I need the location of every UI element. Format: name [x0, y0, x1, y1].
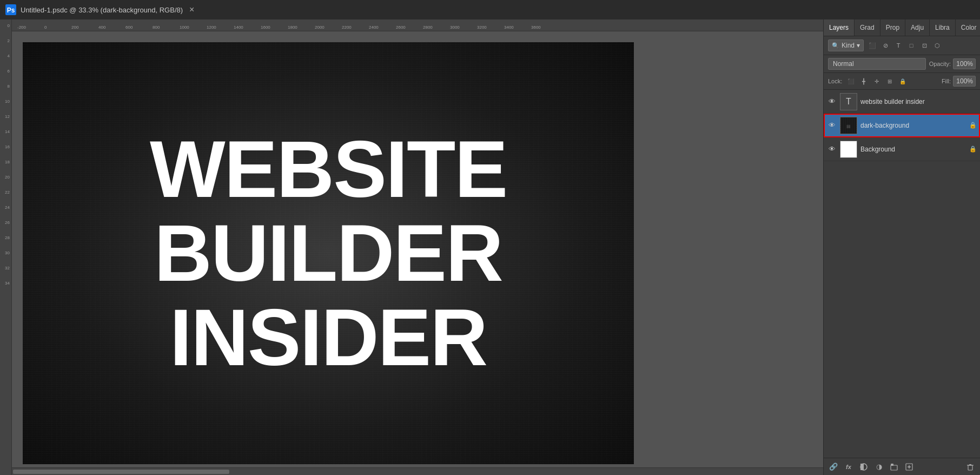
- svg-text:▤: ▤: [846, 124, 851, 129]
- ruler-mark: 14: [0, 130, 11, 134]
- kind-label: Kind: [842, 42, 855, 49]
- filter-shape-icon[interactable]: □: [906, 40, 917, 51]
- horizontal-scrollbar[interactable]: [12, 467, 823, 475]
- layer-visibility-text[interactable]: 👁: [827, 97, 837, 107]
- tab-libra[interactable]: Libra: [930, 19, 956, 36]
- new-group-button[interactable]: [888, 460, 900, 473]
- ruler-mark: 0: [0, 24, 11, 28]
- ruler-mark: 22: [0, 190, 11, 195]
- svg-rect-7: [860, 464, 864, 470]
- opacity-group: Opacity: 100%: [929, 58, 976, 69]
- filter-type-icon[interactable]: T: [893, 40, 904, 51]
- ruler-mark: 18: [0, 160, 11, 164]
- svg-rect-13: [968, 465, 972, 470]
- layer-item-text[interactable]: 👁 T website builder insider: [824, 90, 980, 114]
- scrollbar-thumb[interactable]: [13, 470, 229, 474]
- new-layer-button[interactable]: [903, 460, 916, 473]
- svg-rect-8: [891, 465, 897, 470]
- panel-tabs: Layers Grad Prop Adju Libra Color: [824, 19, 980, 36]
- filter-adjust-icon[interactable]: ⊘: [880, 40, 891, 51]
- ruler-mark: 8: [0, 84, 11, 89]
- fill-input[interactable]: 100%: [953, 76, 976, 87]
- layer-item-background[interactable]: 👁 Background 🔒: [824, 137, 980, 161]
- tab-adju[interactable]: Adju: [905, 19, 930, 36]
- kind-dropdown[interactable]: 🔍 Kind ▾: [828, 39, 864, 51]
- new-adjustment-button[interactable]: ◑: [872, 460, 885, 473]
- canvas-document[interactable]: WEBSITE BUILDER INSIDER: [23, 42, 634, 464]
- tab-grad[interactable]: Grad: [855, 19, 880, 36]
- layer-name-background: Background: [860, 146, 966, 153]
- canvas-scroll[interactable]: WEBSITE BUILDER INSIDER: [12, 31, 823, 467]
- layer-item-dark-background[interactable]: 👁 ▤ dark-backg: [824, 114, 980, 137]
- app-icon: Ps: [5, 4, 16, 15]
- delete-layer-button[interactable]: [964, 460, 977, 473]
- ruler-mark: 28: [0, 236, 11, 240]
- ruler-mark: 0: [44, 25, 71, 30]
- lock-row: Lock: ⬛ ╋ ✛ ⊞ 🔒 Fill: 100%: [824, 73, 980, 90]
- ruler-mark: 20: [0, 175, 11, 180]
- tab-prop[interactable]: Prop: [880, 19, 905, 36]
- layer-visibility-background[interactable]: 👁: [827, 144, 837, 154]
- opacity-input[interactable]: 100%: [953, 58, 976, 69]
- search-icon: 🔍: [832, 42, 839, 49]
- layers-list[interactable]: 👁 T website builder insider 👁: [824, 90, 980, 458]
- filter-pixel2-icon[interactable]: ⬡: [932, 40, 943, 51]
- ruler-mark: 32: [0, 266, 11, 271]
- opacity-label: Opacity:: [929, 61, 951, 67]
- lock-move-icon[interactable]: ✛: [871, 76, 882, 87]
- layer-name-dark-bg: dark-background: [860, 122, 966, 129]
- ruler-mark: 3600: [531, 25, 558, 30]
- ruler-mark: 200: [71, 25, 98, 30]
- tab-layers[interactable]: Layers: [824, 19, 855, 36]
- add-mask-button[interactable]: [857, 460, 870, 473]
- ruler-mark: 400: [98, 25, 125, 30]
- ruler-mark: 34: [0, 281, 11, 286]
- ruler-mark: 800: [153, 25, 180, 30]
- layer-visibility-dark-bg[interactable]: 👁: [827, 121, 837, 130]
- filter-smart-icon[interactable]: ⊡: [919, 40, 930, 51]
- ruler-mark: 16: [0, 145, 11, 149]
- ruler-mark: 2800: [423, 25, 450, 30]
- layer-thumbnail-text: T: [840, 93, 857, 110]
- svg-rect-15: [969, 464, 971, 465]
- window-title: Untitled-1.psdc @ 33.3% (dark-background…: [21, 6, 183, 14]
- lock-icons: ⬛ ╋ ✛ ⊞ 🔒: [845, 76, 908, 87]
- title-bar: Ps Untitled-1.psdc @ 33.3% (dark-backgro…: [0, 0, 980, 19]
- fx-button[interactable]: fx: [842, 460, 855, 473]
- vertical-ruler-marks: 0 2 4 6 8 10 12 14 16 18 20 22 24 26 28 …: [0, 19, 11, 287]
- ruler-mark: 2400: [369, 25, 396, 30]
- layers-toolbar: 🔗 fx ◑: [824, 458, 980, 475]
- main-area: 0 2 4 6 8 10 12 14 16 18 20 22 24 26 28 …: [0, 19, 980, 475]
- layer-lock-dark-bg: 🔒: [969, 122, 977, 129]
- ruler-mark: 24: [0, 206, 11, 210]
- ruler-mark: 1800: [288, 25, 315, 30]
- layers-panel: 🔍 Kind ▾ ⬛ ⊘ T □ ⊡ ⬡ Normal Opacity:: [824, 36, 980, 475]
- lock-pixel-icon[interactable]: ⬛: [845, 76, 856, 87]
- ruler-mark: 30: [0, 251, 11, 255]
- fill-label: Fill:: [942, 78, 951, 84]
- lock-artboard-icon[interactable]: ⊞: [884, 76, 895, 87]
- ruler-mark: 2: [0, 39, 11, 43]
- canvas-content: WEBSITE BUILDER INSIDER: [23, 42, 634, 464]
- ruler-mark: 3000: [450, 25, 477, 30]
- ruler-mark: 1600: [261, 25, 288, 30]
- tab-color[interactable]: Color: [956, 19, 980, 36]
- canvas-title-text: WEBSITE BUILDER INSIDER: [150, 127, 507, 379]
- layer-thumbnail-background: [840, 141, 857, 158]
- ruler-mark: 4: [0, 54, 11, 58]
- close-button[interactable]: ×: [189, 5, 194, 15]
- link-layers-button[interactable]: 🔗: [827, 460, 840, 473]
- canvas-area: -200 0 200 400 600 800 1000 1200 1400 16…: [12, 19, 823, 475]
- panels-right: Layers Grad Prop Adju Libra Color 🔍 Kind…: [823, 19, 980, 475]
- layer-thumbnail-dark-bg: ▤: [840, 117, 857, 134]
- lock-all-icon[interactable]: 🔒: [897, 76, 908, 87]
- ruler-mark: 2000: [315, 25, 342, 30]
- ruler-mark: 1200: [207, 25, 234, 30]
- blend-opacity-row: Normal Opacity: 100%: [824, 55, 980, 73]
- blend-mode-dropdown[interactable]: Normal: [828, 58, 926, 70]
- filter-pixel-icon[interactable]: ⬛: [867, 40, 878, 51]
- ruler-mark: 2200: [342, 25, 369, 30]
- lock-gradient-icon[interactable]: ╋: [858, 76, 869, 87]
- ruler-mark: 2600: [396, 25, 423, 30]
- ruler-mark: 12: [0, 115, 11, 119]
